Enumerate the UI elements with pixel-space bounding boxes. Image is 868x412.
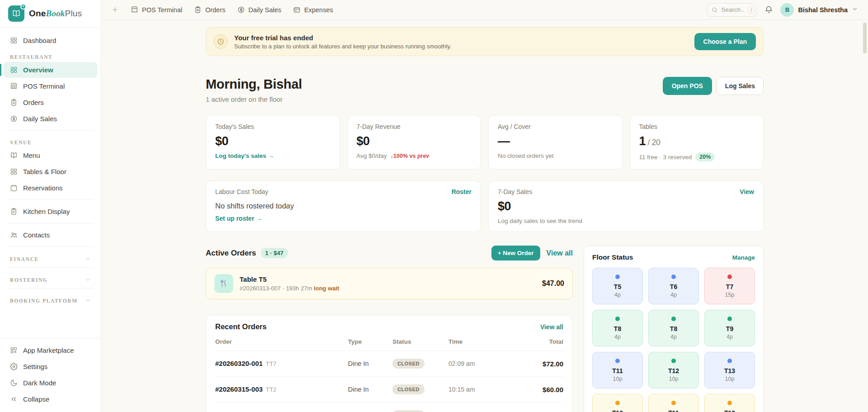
topnav-label: POS Terminal bbox=[142, 6, 182, 14]
store-icon bbox=[10, 82, 18, 90]
topnav-orders[interactable]: Orders bbox=[194, 6, 225, 14]
sidebar-item-label: App Marketplace bbox=[23, 346, 74, 354]
section-header-finance[interactable]: FINANCE bbox=[4, 251, 97, 264]
user-menu[interactable]: B Bishal Shrestha bbox=[780, 3, 858, 17]
active-order-info: Table T5 #20260313-007 · 193h 27m long w… bbox=[240, 275, 339, 292]
active-order-card[interactable]: Table T5 #20260313-007 · 193h 27m long w… bbox=[206, 268, 573, 299]
clipboard-icon bbox=[10, 208, 18, 215]
sidebar-item-label: Contacts bbox=[23, 231, 50, 239]
order-id: #20260320-001 bbox=[215, 360, 263, 367]
add-quick-button[interactable] bbox=[111, 6, 119, 14]
sidebar-item-tables-floor[interactable]: Tables & Floor bbox=[4, 164, 97, 180]
sidebar-footer: App Marketplace Settings Dark Mode Colla… bbox=[0, 338, 101, 407]
clipboard-icon bbox=[10, 99, 18, 106]
search-icon bbox=[712, 7, 718, 13]
right-column: Floor Status Manage T54p T64p T715p T84p… bbox=[584, 246, 764, 412]
sidebar-item-dark-mode[interactable]: Dark Mode bbox=[4, 375, 97, 391]
view-all-recent-link[interactable]: View all bbox=[540, 323, 563, 331]
stat-sub: 11 free · 3 reserved bbox=[639, 154, 692, 161]
store-icon bbox=[131, 6, 138, 14]
greeting-row: Morning, Bishal 1 active order on the fl… bbox=[206, 77, 764, 103]
order-table-name: Table T5 bbox=[240, 275, 339, 283]
order-total: $60.00 bbox=[509, 386, 563, 393]
divider bbox=[7, 130, 94, 131]
floor-tile[interactable]: T84p bbox=[592, 310, 643, 346]
chevron-down-icon bbox=[85, 256, 91, 262]
stat-label: Tables bbox=[639, 123, 755, 130]
clock-icon bbox=[213, 34, 228, 49]
order-total: $47.00 bbox=[542, 279, 564, 288]
search-box[interactable]: / bbox=[707, 3, 757, 17]
manage-floor-link[interactable]: Manage bbox=[732, 254, 755, 261]
topnav-pos-terminal[interactable]: POS Terminal bbox=[131, 6, 182, 14]
stat-sub: No closed orders yet bbox=[498, 152, 554, 159]
topnav-label: Orders bbox=[205, 6, 225, 14]
sidebar-item-menu[interactable]: Menu bbox=[4, 147, 97, 163]
topnav-daily-sales[interactable]: Daily Sales bbox=[237, 6, 282, 14]
chevron-down-icon bbox=[852, 6, 858, 14]
sidebar-item-label: Orders bbox=[23, 99, 44, 106]
stat-sub: Avg $0/day bbox=[357, 152, 387, 159]
floor-tile[interactable]: T1310p bbox=[704, 352, 755, 388]
log-todays-sales-link[interactable]: Log today's sales → bbox=[215, 152, 274, 159]
sidebar-item-dashboard[interactable]: Dashboard bbox=[4, 33, 97, 48]
sidebar-item-label: Overview bbox=[23, 66, 53, 74]
floor-tile[interactable]: T124p bbox=[704, 394, 755, 412]
floor-tile[interactable]: T94p bbox=[704, 310, 755, 346]
divider bbox=[7, 288, 94, 289]
page-title: Morning, Bishal bbox=[206, 77, 302, 92]
sidebar-item-reservations[interactable]: Reservations bbox=[4, 180, 97, 196]
status-dot bbox=[615, 401, 620, 405]
choose-plan-button[interactable]: Choose a Plan bbox=[694, 33, 756, 50]
open-pos-button[interactable]: Open POS bbox=[663, 77, 712, 95]
sidebar-item-collapse[interactable]: Collapse bbox=[4, 391, 97, 407]
floor-tile[interactable]: T64p bbox=[648, 268, 699, 304]
floor-tile[interactable]: T104p bbox=[592, 394, 643, 412]
floor-tile[interactable]: T1210p bbox=[648, 352, 699, 388]
section-header-booking-platform[interactable]: BOOKING PLATFORM bbox=[4, 292, 97, 305]
stat-card-avg-cover: Avg / Cover — No closed orders yet bbox=[488, 115, 623, 170]
status-badge: CLOSED bbox=[392, 410, 425, 412]
brand-logo[interactable]: + OneBookPlus bbox=[0, 0, 101, 28]
view-all-active-link[interactable]: View all bbox=[547, 249, 573, 257]
sidebar-item-overview[interactable]: Overview bbox=[4, 62, 97, 78]
sidebar-item-daily-sales[interactable]: Daily Sales bbox=[4, 111, 97, 127]
gear-icon bbox=[10, 363, 18, 370]
divider bbox=[7, 199, 94, 200]
active-orders-badge: 1 · $47 bbox=[261, 248, 288, 258]
stat-label: 7-Day Revenue bbox=[357, 123, 472, 130]
section-header-rostering[interactable]: ROSTERING bbox=[4, 271, 97, 284]
roster-link[interactable]: Roster bbox=[452, 188, 472, 195]
greeting-block: Morning, Bishal 1 active order on the fl… bbox=[206, 77, 302, 103]
order-meta: #20260313-007 · 193h 27m long wait bbox=[240, 285, 339, 292]
sidebar-item-label: Kitchen Display bbox=[23, 208, 70, 215]
floor-tile[interactable]: T715p bbox=[704, 268, 755, 304]
sidebar-item-app-marketplace[interactable]: App Marketplace bbox=[4, 342, 97, 358]
search-input[interactable] bbox=[721, 6, 745, 13]
floor-tile[interactable]: T114p bbox=[648, 394, 699, 412]
topnav-expenses[interactable]: Expenses bbox=[293, 6, 333, 14]
recent-orders-card: Recent Orders View all Order Type Status… bbox=[206, 315, 573, 412]
table-row: #20260315-003TT2 Dine In CLOSED 10:15 am… bbox=[215, 377, 563, 403]
view-link[interactable]: View bbox=[740, 188, 754, 195]
sidebar-item-kitchen-display[interactable]: Kitchen Display bbox=[4, 204, 97, 219]
floor-tile[interactable]: T84p bbox=[648, 310, 699, 346]
notifications-button[interactable] bbox=[764, 5, 773, 14]
calendar-icon bbox=[10, 184, 18, 192]
grid-icon bbox=[10, 168, 18, 175]
sidebar-item-contacts[interactable]: Contacts bbox=[4, 227, 97, 243]
new-order-button[interactable]: + New Order bbox=[491, 246, 540, 260]
sidebar-item-orders[interactable]: Orders bbox=[4, 95, 97, 110]
scrollbar[interactable] bbox=[863, 23, 867, 53]
section-header-restaurant: RESTAURANT bbox=[4, 49, 97, 62]
grid-icon bbox=[10, 37, 18, 44]
floor-tile[interactable]: T1110p bbox=[592, 352, 643, 388]
set-up-roster-link[interactable]: Set up roster → bbox=[215, 215, 262, 222]
floor-tile[interactable]: T54p bbox=[592, 268, 643, 304]
sidebar-item-settings[interactable]: Settings bbox=[4, 359, 97, 374]
topnav-label: Daily Sales bbox=[249, 6, 282, 14]
stat-label: Today's Sales bbox=[215, 123, 330, 130]
log-sales-button[interactable]: Log Sales bbox=[717, 77, 764, 95]
sidebar-item-pos-terminal[interactable]: POS Terminal bbox=[4, 78, 97, 94]
seven-day-sales-card: 7-Day Sales View $0 Log daily sales to s… bbox=[488, 180, 764, 232]
